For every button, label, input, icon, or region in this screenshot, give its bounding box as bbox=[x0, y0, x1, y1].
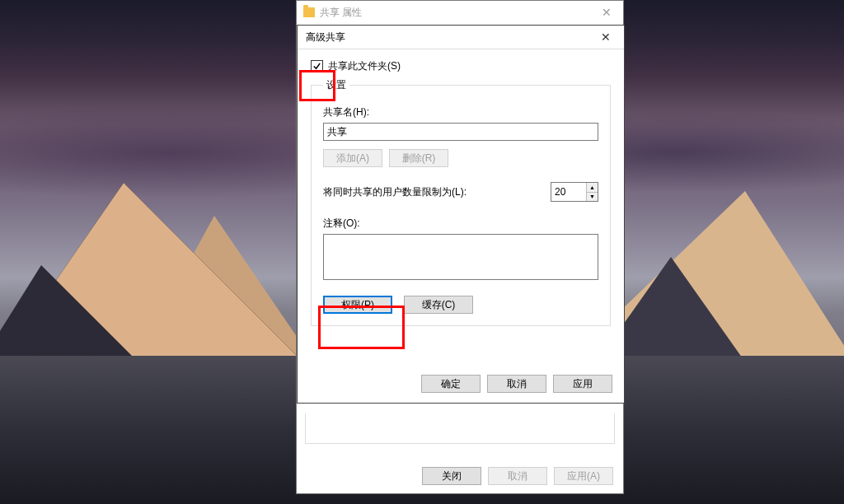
user-limit-stepper[interactable]: ▲ ▼ bbox=[551, 182, 598, 202]
close-icon[interactable]: ✕ bbox=[590, 1, 623, 24]
share-name-input[interactable] bbox=[323, 123, 598, 141]
settings-legend: 设置 bbox=[323, 78, 349, 92]
properties-title: 共享 属性 bbox=[320, 6, 362, 20]
advanced-sharing-titlebar[interactable]: 高级共享 ✕ bbox=[298, 26, 624, 49]
cache-button[interactable]: 缓存(C) bbox=[404, 296, 473, 314]
close-button[interactable]: 关闭 bbox=[422, 467, 481, 485]
comment-input[interactable] bbox=[323, 234, 598, 280]
share-folder-checkbox-label: 共享此文件夹(S) bbox=[328, 59, 401, 73]
user-limit-label: 将同时共享的用户数量限制为(L): bbox=[323, 185, 467, 199]
cancel-button[interactable]: 取消 bbox=[487, 375, 546, 393]
remove-button: 删除(R) bbox=[389, 149, 448, 167]
user-limit-input[interactable] bbox=[551, 183, 586, 201]
properties-titlebar[interactable]: 共享 属性 ✕ bbox=[297, 1, 623, 24]
apply-button: 应用(A) bbox=[554, 467, 613, 485]
spin-down-icon[interactable]: ▼ bbox=[587, 193, 598, 202]
apply-button[interactable]: 应用 bbox=[553, 375, 612, 393]
permissions-button[interactable]: 权限(P) bbox=[323, 296, 392, 314]
add-button: 添加(A) bbox=[323, 149, 382, 167]
advanced-sharing-title: 高级共享 bbox=[306, 30, 345, 44]
settings-groupbox: 设置 共享名(H): 添加(A) 删除(R) 将同时共享的用户数量限制为(L):… bbox=[311, 78, 611, 326]
checkbox-checked-icon[interactable] bbox=[311, 60, 323, 72]
ok-button[interactable]: 确定 bbox=[421, 375, 481, 393]
outer-groupbox-fragment bbox=[305, 413, 615, 444]
comment-label: 注释(O): bbox=[323, 217, 598, 231]
share-name-label: 共享名(H): bbox=[323, 105, 598, 119]
cancel-button: 取消 bbox=[488, 467, 547, 485]
close-icon[interactable]: ✕ bbox=[588, 26, 624, 49]
spin-up-icon[interactable]: ▲ bbox=[587, 183, 598, 193]
folder-icon bbox=[303, 7, 315, 17]
share-folder-checkbox-row[interactable]: 共享此文件夹(S) bbox=[311, 59, 611, 73]
advanced-sharing-dialog: 高级共享 ✕ 共享此文件夹(S) 设置 共享名(H): 添加(A) 删除(R) … bbox=[297, 25, 625, 404]
